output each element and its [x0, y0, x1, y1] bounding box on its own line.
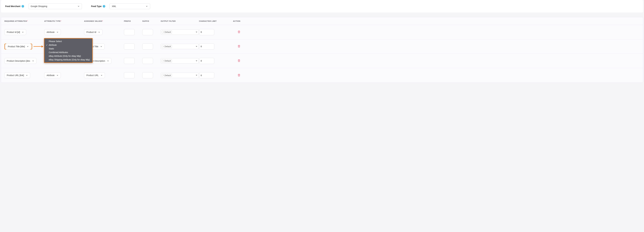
feed-merchant-value: Google Shopping: [31, 5, 47, 7]
th-prefix: PREFIX: [124, 20, 142, 22]
th-required-attributes: REQUIRED ATTRIBUTES*: [4, 20, 44, 22]
remove-tag-icon[interactable]: ×: [163, 74, 164, 76]
chevron-down-icon: [56, 31, 58, 33]
feed-merchant-group: Feed Merchant ? Google Shopping: [5, 3, 82, 9]
filter-tag: ×Default: [162, 59, 172, 62]
output-filter-select[interactable]: ×Default: [161, 44, 199, 49]
filter-tag: ×Default: [162, 74, 172, 77]
dropdown-option[interactable]: Combined Attributes: [44, 50, 92, 54]
feed-merchant-label: Feed Merchant ?: [5, 5, 24, 7]
output-filter-select[interactable]: ×Default: [161, 29, 199, 35]
filter-tag-label: Default: [164, 31, 171, 33]
assigned-value-select[interactable]: Product Id: [84, 29, 102, 35]
required-attr-value: Product Id [id]: [7, 31, 20, 33]
prefix-input[interactable]: [124, 29, 135, 35]
required-attr-select[interactable]: Product Id [id]: [4, 29, 26, 35]
th-attribute-type: ATTRIBUTE TYPE*: [44, 20, 84, 22]
table-row: Product Id [id]AttributeProduct Id×Defau…: [1, 25, 643, 39]
required-attr-select[interactable]: Product Description [des: [4, 58, 36, 64]
character-limit-input[interactable]: [199, 58, 214, 64]
help-icon[interactable]: ?: [22, 5, 24, 7]
dropdown-caret-icon: [196, 46, 197, 47]
attribute-type-select[interactable]: Attribute: [44, 72, 61, 78]
chevron-down-icon: [78, 5, 80, 7]
character-limit-input[interactable]: [199, 29, 214, 35]
th-assigned-values: ASSIGNED VALUES*: [84, 20, 124, 22]
required-attr-select[interactable]: Product URL [link]: [4, 72, 30, 78]
assigned-value-select[interactable]: Product URL: [84, 72, 105, 78]
required-attr-value: Product URL [link]: [7, 74, 24, 76]
feed-merchant-label-text: Feed Merchant: [5, 5, 20, 7]
chevron-down-icon: [56, 74, 58, 76]
attribute-type-value: Attribute: [46, 31, 54, 33]
th-output-filter: OUTPUT FILTER: [161, 20, 199, 22]
highlight-box: Product Title [title]: [4, 44, 32, 49]
feed-type-label-text: Feed Type: [91, 5, 102, 7]
remove-tag-icon[interactable]: ×: [163, 45, 164, 48]
chevron-down-icon: [26, 74, 28, 76]
th-action: ACTION: [230, 20, 240, 22]
table-row: Product URL [link]AttributeProduct URL×D…: [1, 68, 643, 82]
filter-tag-label: Default: [164, 60, 171, 62]
chevron-down-icon: [107, 60, 109, 62]
remove-tag-icon[interactable]: ×: [163, 31, 164, 33]
prefix-input[interactable]: [124, 72, 135, 78]
feed-merchant-select[interactable]: Google Shopping: [28, 3, 82, 9]
feed-type-label: Feed Type ?: [91, 5, 105, 7]
output-filter-select[interactable]: ×Default: [161, 73, 199, 78]
dropdown-caret-icon: [196, 60, 197, 61]
delete-row-button[interactable]: [238, 59, 240, 63]
character-limit-input[interactable]: [199, 72, 214, 78]
table-row: Product Title [title]AttributeProduct Ti…: [1, 39, 643, 54]
annotation-arrow: [34, 45, 43, 48]
th-suffix: SUFFIX: [142, 20, 161, 22]
required-attr-value: Product Description [des: [7, 60, 30, 62]
th-character-limit: CHARACTER LIMIT: [199, 20, 230, 22]
dropdown-option[interactable]: Please Select: [44, 39, 92, 43]
suffix-input[interactable]: [142, 58, 153, 64]
assigned-value: Product URL: [86, 74, 99, 76]
delete-row-button[interactable]: [238, 45, 240, 48]
assigned-value: Product Id: [86, 31, 96, 33]
remove-tag-icon[interactable]: ×: [163, 60, 164, 62]
dropdown-option[interactable]: Attribute: [44, 43, 92, 47]
suffix-input[interactable]: [142, 43, 153, 50]
output-filter-select[interactable]: ×Default: [161, 58, 199, 63]
filter-tag-label: Default: [164, 45, 171, 48]
attributes-table: REQUIRED ATTRIBUTES* ATTRIBUTE TYPE* ASS…: [1, 17, 643, 83]
filter-tag: ×Default: [162, 30, 172, 34]
feed-settings-panel: Feed Merchant ? Google Shopping Feed Typ…: [1, 0, 643, 12]
chevron-down-icon: [98, 31, 100, 33]
table-row: Product Description [desAttributeProduct…: [1, 54, 643, 68]
dropdown-caret-icon: [196, 75, 197, 76]
dropdown-option[interactable]: eBay Attribute (Only for ebay Mip): [44, 54, 92, 58]
filter-tag: ×Default: [162, 45, 172, 48]
chevron-down-icon: [27, 45, 29, 48]
suffix-input[interactable]: [142, 72, 153, 78]
filter-tag-label: Default: [164, 74, 171, 76]
required-attr-value: Product Title [title]: [8, 45, 25, 48]
delete-row-button[interactable]: [238, 74, 240, 77]
character-limit-input[interactable]: [199, 43, 214, 50]
chevron-down-icon: [146, 5, 148, 7]
dropdown-caret-icon: [196, 32, 197, 33]
chevron-down-icon: [32, 60, 34, 62]
feed-type-group: Feed Type ? XML: [91, 3, 150, 9]
chevron-down-icon: [100, 45, 102, 48]
dropdown-option[interactable]: Static: [44, 47, 92, 50]
chevron-down-icon: [100, 74, 103, 76]
attribute-type-dropdown[interactable]: Please SelectAttributeStaticCombined Att…: [44, 38, 93, 63]
table-header-row: REQUIRED ATTRIBUTES* ATTRIBUTE TYPE* ASS…: [1, 17, 643, 25]
suffix-input[interactable]: [142, 29, 153, 35]
feed-type-value: XML: [112, 5, 116, 7]
attribute-type-select[interactable]: Attribute: [44, 29, 61, 35]
required-attr-select[interactable]: Product Title [title]: [6, 44, 31, 49]
chevron-down-icon: [22, 31, 24, 33]
prefix-input[interactable]: [124, 58, 135, 64]
dropdown-option[interactable]: eBay Shipping Attribute (Only for ebay M…: [44, 58, 92, 61]
delete-row-button[interactable]: [238, 30, 240, 34]
attribute-type-value: Attribute: [46, 74, 54, 76]
help-icon[interactable]: ?: [103, 5, 105, 7]
feed-type-select[interactable]: XML: [110, 3, 150, 9]
prefix-input[interactable]: [124, 43, 135, 50]
